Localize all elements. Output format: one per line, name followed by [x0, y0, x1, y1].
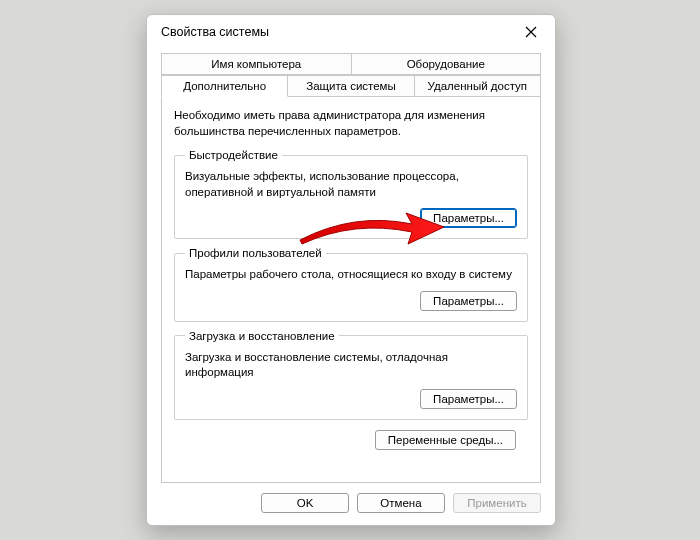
performance-group: Быстродействие Визуальные эффекты, испол… — [174, 149, 528, 239]
tab-hardware[interactable]: Оборудование — [351, 53, 542, 75]
startup-settings-button[interactable]: Параметры... — [420, 389, 517, 409]
ok-button[interactable]: OK — [261, 493, 349, 513]
admin-note: Необходимо иметь права администратора дл… — [174, 108, 528, 139]
titlebar: Свойства системы — [147, 15, 555, 49]
performance-legend: Быстродействие — [185, 149, 282, 161]
environment-variables-button[interactable]: Переменные среды... — [375, 430, 516, 450]
cancel-button[interactable]: Отмена — [357, 493, 445, 513]
startup-desc: Загрузка и восстановление системы, отлад… — [185, 350, 517, 381]
startup-group: Загрузка и восстановление Загрузка и вос… — [174, 330, 528, 420]
tab-remote[interactable]: Удаленный доступ — [414, 75, 541, 97]
system-properties-dialog: Свойства системы Имя компьютера Оборудов… — [146, 14, 556, 526]
close-button[interactable] — [509, 17, 553, 47]
performance-desc: Визуальные эффекты, использование процес… — [185, 169, 517, 200]
tab-computer-name[interactable]: Имя компьютера — [161, 53, 352, 75]
apply-button[interactable]: Применить — [453, 493, 541, 513]
window-title: Свойства системы — [161, 25, 509, 39]
performance-settings-button[interactable]: Параметры... — [420, 208, 517, 228]
dialog-footer: OK Отмена Применить — [147, 483, 555, 525]
profiles-group: Профили пользователей Параметры рабочего… — [174, 247, 528, 322]
tab-container: Имя компьютера Оборудование Дополнительн… — [161, 53, 541, 97]
advanced-panel: Необходимо иметь права администратора дл… — [161, 96, 541, 483]
startup-legend: Загрузка и восстановление — [185, 330, 339, 342]
profiles-legend: Профили пользователей — [185, 247, 326, 259]
close-icon — [525, 26, 537, 38]
tab-advanced[interactable]: Дополнительно — [161, 75, 288, 97]
tab-system-protection[interactable]: Защита системы — [287, 75, 414, 97]
profiles-desc: Параметры рабочего стола, относящиеся ко… — [185, 267, 517, 283]
profiles-settings-button[interactable]: Параметры... — [420, 291, 517, 311]
